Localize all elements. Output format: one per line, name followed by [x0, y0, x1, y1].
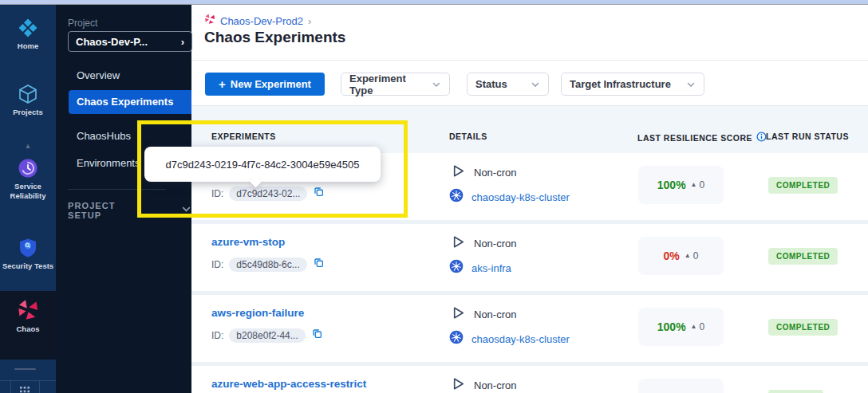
infrastructure-cell: chaosday-k8s-cluster	[449, 188, 570, 206]
chevron-down-icon	[686, 80, 696, 89]
header-divider	[191, 60, 868, 61]
filter-target-infrastructure[interactable]: Target Infrastructure	[561, 73, 704, 96]
chevron-down-icon	[432, 80, 441, 89]
score-delta: ▲0	[691, 179, 705, 191]
dock-separator	[10, 380, 11, 393]
project-sidebar: Project Chaos-Dev-P... › Overview Chaos …	[56, 5, 191, 393]
experiment-id-line: ID: d7c9d243-02...	[211, 186, 325, 201]
sidebar-divider	[68, 189, 166, 190]
filter-experiment-type[interactable]: Experiment Type	[341, 73, 450, 96]
schedule-cell: Non-cron	[449, 375, 516, 393]
schedule-label: Non-cron	[474, 379, 516, 391]
rail-label-service: ServiceReliability	[0, 182, 56, 201]
rail-label-security-tests: Security Tests	[0, 261, 56, 271]
rail-label-projects: Projects	[0, 108, 56, 117]
schedule-cell: Non-cron	[449, 163, 516, 183]
table-row: aws-region-failure ID: b208e0f2-44... No…	[191, 295, 868, 362]
rail-item-chaos[interactable]: Chaos	[0, 299, 56, 334]
infrastructure-cell: aks-infra	[449, 259, 511, 277]
experiment-id-chip[interactable]: d7c9d243-02...	[229, 187, 307, 201]
copy-icon[interactable]	[311, 328, 323, 343]
new-experiment-button[interactable]: + New Experiment	[205, 73, 325, 96]
home-icon	[0, 18, 56, 38]
column-header-score: LAST RESILIENCE SCORE	[637, 132, 767, 143]
main-content: Chaos-Dev-Prod2 › Chaos Experiments + Ne…	[191, 5, 868, 393]
column-header-last-run-status: LAST RUN STATUS	[766, 132, 849, 141]
dock-separator	[39, 380, 40, 393]
triangle-up-icon: ▲	[685, 253, 691, 259]
module-rail: Home Projects ▲ ServiceReliability Secur…	[0, 5, 56, 393]
score-value: 0%	[664, 250, 680, 262]
rail-divider	[14, 368, 36, 370]
project-selector-value: Chaos-Dev-P...	[76, 36, 148, 48]
experiment-name-link[interactable]: aws-region-failure	[211, 307, 304, 319]
id-label: ID:	[211, 259, 223, 270]
grid-menu-icon[interactable]	[20, 385, 30, 393]
score-delta: ▲0	[691, 321, 705, 332]
filter-experiment-type-label: Experiment Type	[349, 73, 432, 96]
triangle-up-icon: ▲	[691, 324, 697, 330]
page-title: Chaos Experiments	[204, 29, 345, 46]
filter-status[interactable]: Status	[467, 73, 549, 96]
resilience-score: 100% ▲0	[638, 308, 724, 346]
triangle-up-icon: ▲	[691, 182, 697, 188]
chaos-logo-icon	[204, 14, 215, 28]
experiment-name-link[interactable]: azure-web-app-access-restrict	[211, 378, 366, 390]
rail-label-chaos: Chaos	[0, 324, 56, 334]
infrastructure-link[interactable]: aks-infra	[471, 262, 511, 274]
project-setup-label: PROJECT SETUP	[68, 201, 151, 220]
project-label: Project	[68, 18, 97, 29]
chaos-icon	[0, 299, 56, 321]
kubernetes-icon	[449, 259, 464, 277]
infrastructure-link[interactable]: chaosday-k8s-cluster	[471, 191, 570, 203]
project-selector[interactable]: Chaos-Dev-P... ›	[68, 31, 192, 52]
rail-item-security-tests[interactable]: Security Tests	[0, 238, 56, 271]
chevron-right-icon: ›	[181, 36, 184, 48]
rail-item-home[interactable]: Home	[0, 18, 56, 51]
status-badge	[768, 390, 823, 393]
experiment-id-chip[interactable]: b208e0f2-44...	[229, 328, 305, 343]
schedule-label: Non-cron	[474, 309, 516, 320]
rail-item-projects[interactable]: Projects	[0, 84, 56, 117]
experiments-table: ID: d7c9d243-02... Non-cron chaosday-k8s…	[191, 153, 868, 393]
schedule-cell: Non-cron	[449, 234, 516, 253]
experiment-id-chip[interactable]: d5c49d8b-6c...	[229, 257, 306, 272]
filter-target-infrastructure-label: Target Infrastructure	[570, 78, 671, 90]
column-header-details: DETAILS	[449, 132, 487, 141]
score-value: 100%	[657, 179, 686, 191]
rail-item-service-reliability[interactable]: ServiceReliability	[0, 158, 56, 201]
projects-icon	[0, 84, 56, 104]
score-delta: ▲0	[685, 250, 699, 261]
schedule-cell: Non-cron	[449, 305, 516, 324]
id-label: ID:	[211, 188, 223, 199]
copy-icon[interactable]	[313, 257, 325, 272]
sidebar-item-overview[interactable]: Overview	[56, 67, 191, 84]
top-accent-strip	[0, 0, 868, 5]
resilience-score: 100% ▲0	[638, 166, 724, 204]
kubernetes-icon	[449, 188, 464, 206]
sidebar-item-chaos-experiments[interactable]: Chaos Experiments	[69, 90, 191, 114]
project-setup-section[interactable]: PROJECT SETUP	[68, 201, 191, 220]
score-value: 100%	[657, 320, 686, 333]
schedule-label: Non-cron	[474, 167, 516, 179]
id-tooltip: d7c9d243-0219-4f7c-84c2-3004e59e4505	[144, 147, 381, 182]
sidebar-item-chaoshubs[interactable]: ChaosHubs	[56, 128, 191, 145]
id-tooltip-text: d7c9d243-0219-4f7c-84c2-3004e59e4505	[166, 159, 360, 171]
status-badge: COMPLETED	[768, 248, 838, 265]
status-badge: COMPLETED	[768, 177, 838, 194]
infrastructure-cell: chaosday-k8s-cluster	[449, 330, 570, 348]
rail-scroll-up-icon[interactable]: ▲	[0, 142, 56, 150]
chevron-down-icon	[531, 80, 540, 89]
copy-icon[interactable]	[313, 186, 325, 201]
experiment-name-link[interactable]: azure-vm-stop	[211, 236, 285, 248]
play-icon	[449, 163, 466, 183]
experiment-id-line: ID: b208e0f2-44...	[211, 328, 323, 343]
infrastructure-link[interactable]: chaosday-k8s-cluster	[471, 333, 570, 345]
play-icon	[449, 375, 466, 393]
breadcrumb-project-link[interactable]: Chaos-Dev-Prod2	[220, 15, 303, 27]
resilience-score: 0% ▲0	[638, 237, 724, 275]
security-tests-icon	[0, 238, 56, 258]
new-experiment-label: New Experiment	[231, 78, 311, 90]
status-badge: COMPLETED	[768, 319, 838, 336]
table-row: azure-vm-stop ID: d5c49d8b-6c... Non-cro…	[191, 224, 868, 291]
